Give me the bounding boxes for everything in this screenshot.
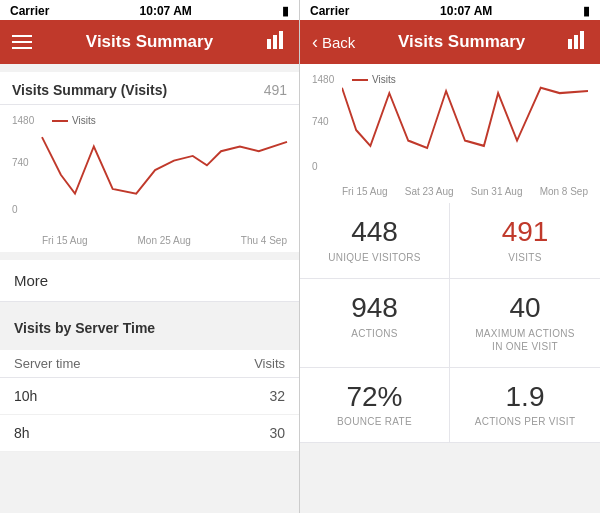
x-label-3-right: Mon 8 Sep (540, 186, 588, 197)
x-label-2-right: Sun 31 Aug (471, 186, 523, 197)
summary-card-value: 491 (264, 82, 287, 98)
row-0-time: 10h (14, 388, 37, 404)
stats-icon-left[interactable] (267, 31, 287, 53)
legend-label-left: Visits (72, 115, 96, 126)
col-header-time: Server time (14, 356, 80, 371)
status-icons-left: ▮ (282, 4, 289, 18)
server-time-section: Visits by Server Time Server time Visits… (0, 310, 299, 452)
stat-label-unique: UNIQUE VISITORS (310, 251, 439, 264)
y-label-top-right: 1480 (312, 74, 334, 85)
y-label-mid-right: 740 (312, 116, 329, 127)
x-label-2-left: Thu 4 Sep (241, 235, 287, 246)
stat-label-visits: VISITS (460, 251, 590, 264)
x-label-1-right: Sat 23 Aug (405, 186, 454, 197)
carrier-right: Carrier (310, 4, 349, 18)
col-header-visits: Visits (254, 356, 285, 371)
carrier-left: Carrier (10, 4, 49, 18)
legend-line-right (352, 79, 368, 81)
left-phone: Carrier 10:07 AM ▮ Visits Summary Visits… (0, 0, 300, 513)
status-icons-right: ▮ (583, 4, 590, 18)
table-row-1[interactable]: 8h 30 (0, 415, 299, 452)
svg-rect-0 (267, 39, 271, 49)
svg-rect-4 (574, 35, 578, 49)
stat-number-apv: 1.9 (460, 382, 590, 413)
stat-number-visits: 491 (460, 217, 590, 248)
x-labels-right: Fri 15 Aug Sat 23 Aug Sun 31 Aug Mon 8 S… (300, 184, 600, 203)
summary-card: Visits Summary (Visits) 491 1480 740 0 V… (0, 72, 299, 252)
navbar-right-phone: ‹ Back Visits Summary (300, 20, 600, 64)
left-chart-area: 1480 740 0 Visits (0, 105, 299, 235)
stat-number-actions: 948 (310, 293, 439, 324)
row-1-visits: 30 (269, 425, 285, 441)
left-screen-content: Visits Summary (Visits) 491 1480 740 0 V… (0, 64, 299, 513)
stat-actions-per-visit: 1.9 ACTIONS PER VISIT (450, 368, 600, 444)
table-header: Server time Visits (0, 350, 299, 378)
navbar-title-left: Visits Summary (86, 32, 213, 52)
stat-label-actions: ACTIONS (310, 327, 439, 340)
battery-icon: ▮ (282, 4, 289, 18)
legend-label-right: Visits (372, 74, 396, 85)
chart-legend-right: Visits (352, 74, 396, 85)
stat-bounce-rate: 72% BOUNCE RATE (300, 368, 450, 444)
y-label-top-left: 1480 (12, 115, 34, 126)
back-nav[interactable]: ‹ Back (312, 32, 355, 53)
right-chart-container: 1480 740 0 Visits Fri 15 Aug Sat 23 Aug … (300, 64, 600, 203)
stat-max-actions: 40 MAXIMUM ACTIONSIN ONE VISIT (450, 279, 600, 368)
x-label-0-right: Fri 15 Aug (342, 186, 388, 197)
x-label-1-left: Mon 25 Aug (138, 235, 191, 246)
server-time-title: Visits by Server Time (0, 310, 299, 342)
more-button[interactable]: More (0, 260, 299, 302)
stat-label-apv: ACTIONS PER VISIT (460, 415, 590, 428)
y-label-bottom-right: 0 (312, 161, 318, 172)
time-left: 10:07 AM (140, 4, 192, 18)
stat-number-unique: 448 (310, 217, 439, 248)
stats-grid: 448 UNIQUE VISITORS 491 VISITS 948 ACTIO… (300, 203, 600, 443)
svg-rect-5 (580, 31, 584, 49)
time-right: 10:07 AM (440, 4, 492, 18)
y-label-mid-left: 740 (12, 157, 29, 168)
menu-icon[interactable] (12, 35, 32, 49)
back-label: Back (322, 34, 355, 51)
stat-number-bounce: 72% (310, 382, 439, 413)
x-label-0-left: Fri 15 Aug (42, 235, 88, 246)
svg-rect-1 (273, 35, 277, 49)
x-labels-left: Fri 15 Aug Mon 25 Aug Thu 4 Sep (0, 235, 299, 252)
stat-number-max: 40 (460, 293, 590, 324)
summary-card-header: Visits Summary (Visits) 491 (0, 72, 299, 105)
svg-rect-3 (568, 39, 572, 49)
stat-unique-visitors: 448 UNIQUE VISITORS (300, 203, 450, 279)
stats-icon-right[interactable] (568, 31, 588, 53)
right-phone: Carrier 10:07 AM ▮ ‹ Back Visits Summary… (300, 0, 600, 513)
stat-label-max: MAXIMUM ACTIONSIN ONE VISIT (460, 327, 590, 353)
row-0-visits: 32 (269, 388, 285, 404)
summary-card-title: Visits Summary (Visits) (12, 82, 167, 98)
chart-legend-left: Visits (52, 115, 96, 126)
back-arrow-icon: ‹ (312, 32, 318, 53)
y-label-bottom-left: 0 (12, 204, 18, 215)
status-bar-left: Carrier 10:07 AM ▮ (0, 0, 299, 20)
right-chart-svg (342, 72, 588, 167)
table-row-0[interactable]: 10h 32 (0, 378, 299, 415)
status-bar-right-phone: Carrier 10:07 AM ▮ (300, 0, 600, 20)
right-chart-area: 1480 740 0 Visits (300, 64, 600, 184)
legend-line-left (52, 120, 68, 122)
battery-icon-right: ▮ (583, 4, 590, 18)
server-time-card: Server time Visits 10h 32 8h 30 (0, 350, 299, 452)
row-1-time: 8h (14, 425, 30, 441)
stat-label-bounce: BOUNCE RATE (310, 415, 439, 428)
left-chart-svg (42, 113, 287, 213)
navbar-title-right: Visits Summary (398, 32, 525, 52)
stat-actions: 948 ACTIONS (300, 279, 450, 368)
svg-rect-2 (279, 31, 283, 49)
navbar-left-phone: Visits Summary (0, 20, 299, 64)
stat-visits: 491 VISITS (450, 203, 600, 279)
more-card: More (0, 260, 299, 302)
